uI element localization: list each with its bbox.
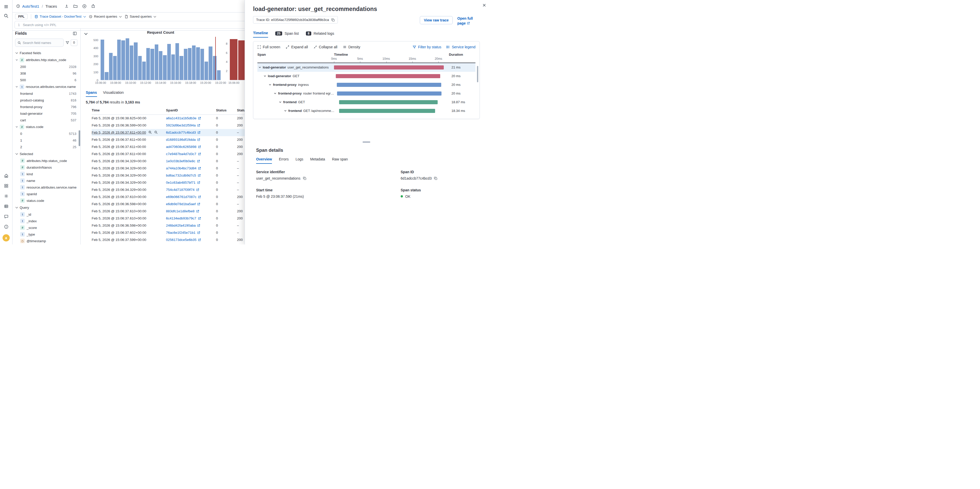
field-row[interactable]: tkind xyxy=(15,170,80,177)
dataset-selector[interactable]: Trace Dataset - DockerTest xyxy=(35,14,86,18)
span-id-link[interactable]: a6a1c431a1b5db3e xyxy=(166,116,201,120)
span-duration-bar[interactable] xyxy=(339,109,435,113)
tab-timeline[interactable]: Timeline xyxy=(253,31,268,38)
span-table-row[interactable]: Feb 5, 2026 @ 15:06:36.599+00:005923d9be… xyxy=(92,122,265,129)
span-duration-bar[interactable] xyxy=(337,83,441,87)
tab-visualization[interactable]: Visualization xyxy=(103,91,124,97)
search-icon[interactable] xyxy=(2,11,11,21)
span-table-row[interactable]: Feb 5, 2026 @ 15:06:37.611+00:006d1adccb… xyxy=(92,129,265,136)
gantt-row[interactable]: frontendGET /api/recomme…18.34 ms xyxy=(258,107,476,115)
span-table-row[interactable]: Feb 5, 2026 @ 15:06:37.599+00:000256173d… xyxy=(92,236,265,244)
column-header[interactable]: Status xyxy=(216,107,237,115)
span-table-row[interactable]: Feb 5, 2026 @ 15:06:34.329+00:00a744a10b… xyxy=(92,165,265,172)
service-legend-button[interactable]: Service legend xyxy=(446,45,476,49)
span-id-link[interactable]: c7e9487ba4d7d3c7 xyxy=(166,152,201,156)
home-icon[interactable] xyxy=(2,171,11,180)
field-row[interactable]: tresource.attributes.service.name xyxy=(15,184,80,191)
field-search-input[interactable] xyxy=(23,41,61,45)
tab-errors[interactable]: Errors xyxy=(279,157,288,164)
histogram-bar[interactable] xyxy=(142,62,146,80)
facet-value-row[interactable]: 225 xyxy=(15,143,80,150)
span-id-link[interactable]: 76ac6e1f245e71b1 xyxy=(166,231,200,234)
span-id-link[interactable]: e69b066761d7087c xyxy=(166,195,201,199)
help-icon[interactable] xyxy=(2,222,11,231)
collapse-panel-icon[interactable] xyxy=(73,32,77,35)
span-id-link[interactable]: 883dfc1e1d8efbe8 xyxy=(166,209,199,213)
trace-id-chip[interactable]: Trace ID: e0354ac725f9892cb30a3838aff8b3… xyxy=(253,16,338,24)
histogram-bar[interactable] xyxy=(126,38,129,80)
span-table-row[interactable]: Feb 5, 2026 @ 15:06:37.610+00:006c4134ed… xyxy=(92,215,265,222)
span-table-row[interactable]: Feb 5, 2026 @ 15:06:34.329+00:00754c4d71… xyxy=(92,186,265,193)
chevron-down-icon[interactable] xyxy=(279,101,282,104)
field-row[interactable]: #_score xyxy=(15,224,80,231)
span-id-link[interactable]: ad470608c6265898 xyxy=(166,145,201,149)
span-table-row[interactable]: Feb 5, 2026 @ 15:06:37.610+00:00e69b0667… xyxy=(92,193,265,201)
span-id-link[interactable]: e6db9d78d1ba5aef xyxy=(166,202,200,206)
histogram-bar[interactable] xyxy=(134,42,137,80)
open-full-page-link[interactable]: Open full page xyxy=(457,16,480,26)
query-fields-header[interactable]: Query xyxy=(15,204,80,211)
query-language-button[interactable]: PPL xyxy=(15,14,27,19)
span-table-row[interactable]: Feb 5, 2026 @ 15:06:34.329+00:00bd6ac732… xyxy=(92,172,265,179)
breadcrumb-workspace[interactable]: AutoTest1 xyxy=(22,4,39,8)
span-table-row[interactable]: Feb 5, 2026 @ 15:06:37.611+00:00ad470608… xyxy=(92,143,265,150)
histogram-bar[interactable] xyxy=(171,54,175,80)
histogram-bar[interactable] xyxy=(213,56,216,80)
resize-handle[interactable] xyxy=(363,142,370,143)
histogram-bar[interactable] xyxy=(208,46,212,80)
span-id-link[interactable]: 754c4d7187f39f74 xyxy=(166,188,199,192)
span-id-link[interactable]: 6d1adccb77c4bcd3 xyxy=(166,131,200,134)
histogram-bar[interactable] xyxy=(184,49,188,80)
tab-span-list[interactable]: 25Span list xyxy=(275,32,299,38)
saved-queries-button[interactable]: Saved queries xyxy=(125,14,156,18)
collapse-all-button[interactable]: Collapse all xyxy=(313,45,337,49)
facet-group-header[interactable]: tresource.attributes.service.name xyxy=(15,83,80,90)
filter-by-status-button[interactable]: Filter by status xyxy=(413,45,441,49)
gantt-row[interactable]: frontend-proxyrouter frontend egr…20 ms xyxy=(258,89,476,98)
span-id-link[interactable]: 0e1c63ab4857bf71 xyxy=(166,181,200,185)
span-duration-bar[interactable] xyxy=(339,100,438,104)
tab-spans[interactable]: Spans xyxy=(86,91,97,97)
span-table-row[interactable]: Feb 5, 2026 @ 15:06:34.329+00:000e1c63ab… xyxy=(92,179,265,186)
field-row[interactable]: #attributes.http.status_code xyxy=(15,158,80,164)
gantt-scrollbar[interactable] xyxy=(477,66,478,82)
histogram-bar[interactable] xyxy=(100,40,104,80)
view-raw-trace-button[interactable]: View raw trace xyxy=(420,16,453,24)
tab-metadata[interactable]: Metadata xyxy=(310,157,325,164)
facet-value-row[interactable]: frontend-proxy796 xyxy=(15,104,80,110)
gantt-row[interactable]: frontend-proxyingress20 ms xyxy=(258,80,476,89)
facet-value-row[interactable]: cart537 xyxy=(15,117,80,123)
facet-value-row[interactable]: 05713 xyxy=(15,130,80,137)
span-table-row[interactable]: Feb 5, 2026 @ 15:06:36.598+00:00e6db9d78… xyxy=(92,201,265,208)
history-icon[interactable] xyxy=(16,4,20,8)
chevron-down-icon[interactable] xyxy=(269,83,271,86)
span-table-row[interactable]: Feb 5, 2026 @ 15:06:37.611+00:00d1689318… xyxy=(92,136,265,143)
chat-icon[interactable] xyxy=(2,212,11,221)
field-row[interactable]: #status.code xyxy=(15,197,80,204)
span-table-row[interactable]: Feb 5, 2026 @ 15:06:37.611+00:00c7e9487b… xyxy=(92,150,265,158)
histogram-bar[interactable] xyxy=(117,40,121,80)
span-table-row[interactable]: Feb 5, 2026 @ 15:06:37.610+00:00883dfc1e… xyxy=(92,208,265,215)
field-row[interactable]: t_type xyxy=(15,231,80,237)
histogram-bar[interactable] xyxy=(146,48,150,80)
span-id-link[interactable]: bd6ac732cdb9d7c5 xyxy=(166,174,201,177)
facet-value-row[interactable]: frontend1743 xyxy=(15,90,80,97)
apps-icon[interactable] xyxy=(2,181,11,190)
histogram-bar[interactable] xyxy=(121,40,125,80)
span-id-link[interactable]: 246bd42fa4190aba xyxy=(166,223,200,228)
tab-raw-span[interactable]: Raw span xyxy=(332,157,348,164)
histogram-bar[interactable] xyxy=(188,48,191,80)
facet-value-row[interactable]: 2002328 xyxy=(15,63,80,70)
field-row[interactable]: ◷@timestamp xyxy=(15,237,80,244)
facet-group-header[interactable]: #status.code xyxy=(15,123,80,130)
span-table-row[interactable]: Feb 5, 2026 @ 15:06:38.625+00:00a6a1c431… xyxy=(92,115,265,122)
field-row[interactable]: t_index xyxy=(15,218,80,224)
histogram-bar[interactable] xyxy=(150,49,154,80)
copy-icon[interactable] xyxy=(331,18,335,22)
menu-icon[interactable] xyxy=(2,2,11,11)
copy-icon[interactable] xyxy=(434,177,438,180)
span-table-row[interactable]: Feb 5, 2026 @ 15:06:37.602+00:0076ac6e1f… xyxy=(92,229,265,236)
faceted-fields-header[interactable]: Faceted fields xyxy=(15,49,80,56)
close-icon[interactable] xyxy=(482,3,486,7)
gantt-row[interactable]: frontendGET18.87 ms xyxy=(258,98,476,107)
